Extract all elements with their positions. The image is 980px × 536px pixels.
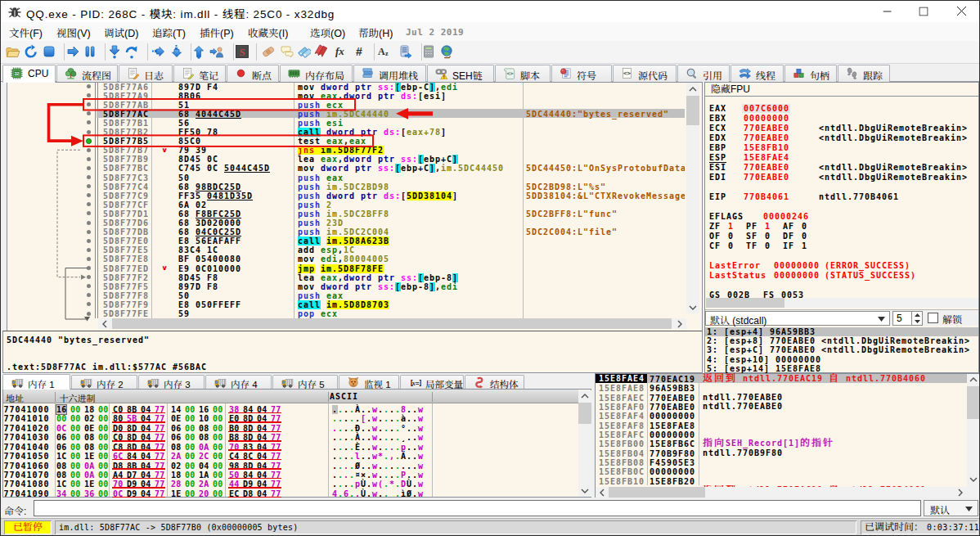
step-into-button[interactable] <box>107 44 124 61</box>
disasm-hscrollbar[interactable] <box>98 318 686 329</box>
registers-header[interactable]: 隐藏FPU <box>705 83 978 97</box>
internet-button[interactable] <box>439 44 456 61</box>
run-to-user-code-button[interactable] <box>209 44 226 61</box>
stack-hscrollbar[interactable] <box>596 487 966 498</box>
pause-button[interactable] <box>83 44 99 61</box>
tab-notes[interactable]: 笔记 <box>173 65 226 82</box>
tab-symbols[interactable]: 符号 <box>551 65 612 82</box>
command-input[interactable] <box>34 500 921 516</box>
close-button[interactable] <box>943 1 980 22</box>
disasm-vscrollbar[interactable] <box>686 83 699 313</box>
scroll-down-button[interactable] <box>686 301 699 313</box>
tab-dump4[interactable]: 内存 4 <box>205 375 272 389</box>
scroll-up-button[interactable] <box>686 83 699 95</box>
tab-dump5[interactable]: 内存 5 <box>272 375 338 389</box>
open-file-button[interactable] <box>6 44 22 61</box>
title-bar[interactable]: QQ.exe - PID: 268C - 模块: im.dll - 线程: 25… <box>1 1 979 22</box>
tab-threads[interactable]: 线程 <box>731 65 784 82</box>
stack-panel[interactable]: 15E8FAE4770EAC19返回到 ntdll.770EAC19 自 ntd… <box>595 373 979 498</box>
menu-i[interactable]: 收藏夹(I) <box>248 25 288 39</box>
tab-dump3[interactable]: 内存 3 <box>138 375 205 389</box>
tab-source[interactable]: <>源代码 <box>613 65 677 82</box>
menu-v[interactable]: 视图(V) <box>56 25 91 39</box>
dump-ascii-char: l <box>355 452 361 461</box>
scroll-down-button[interactable] <box>578 485 591 497</box>
tab-log[interactable]: 日志 <box>119 65 173 82</box>
bookmark-button[interactable] <box>312 44 329 61</box>
restart-button[interactable] <box>24 44 40 61</box>
dump-ascii-char: . <box>378 443 384 452</box>
scroll-thumb[interactable] <box>706 298 784 308</box>
tab-call-stack[interactable]: 调用堆栈 <box>353 65 426 82</box>
scroll-up-button[interactable] <box>578 390 591 402</box>
comment-button[interactable] <box>280 44 296 61</box>
assemble-button[interactable]: Az <box>377 44 393 61</box>
step-over-button[interactable] <box>124 44 141 61</box>
disassembly-panel[interactable]: 5D8F77A6897D F4mov dword ptr ss:[ebp-C],… <box>7 82 703 331</box>
menu-h[interactable]: 帮助(H) <box>358 25 393 39</box>
disasm-instruction: pop ecx <box>298 309 338 318</box>
scroll-thumb[interactable] <box>967 386 979 419</box>
scylla-button[interactable]: S <box>235 44 251 61</box>
menu-d[interactable]: 调试(D) <box>104 25 138 39</box>
run-button[interactable] <box>65 44 82 61</box>
disasm-instruction: push im.5DC2C004 <box>298 227 389 236</box>
tab-seh[interactable]: !SEH链 <box>427 65 494 82</box>
tab-memory-map[interactable]: 内存布局 <box>280 65 353 82</box>
tab-watch1[interactable]: 监视 1 <box>339 375 399 389</box>
tab-script[interactable]: <>脚本 <box>495 65 551 82</box>
scroll-thumb[interactable] <box>609 487 705 498</box>
scroll-up-button[interactable] <box>967 374 979 385</box>
tab-references[interactable]: 引用 <box>677 65 730 82</box>
tab-graph[interactable]: 流程图 <box>56 65 118 82</box>
tab-dump2[interactable]: 内存 2 <box>71 375 137 389</box>
breakpoint-dot[interactable] <box>86 138 92 144</box>
label-button[interactable] <box>296 44 312 61</box>
dump-vscrollbar[interactable] <box>578 390 591 497</box>
tab-trace[interactable]: 跟踪 <box>838 65 890 82</box>
tab-handles[interactable]: 句柄 <box>784 65 837 82</box>
dump-ascii-char: w <box>418 424 424 433</box>
function-button[interactable]: fx <box>334 44 350 61</box>
dump-ascii-char: . <box>378 471 384 480</box>
source-button[interactable] <box>398 44 414 61</box>
argument-count-spinner[interactable]: 5 <box>892 311 923 326</box>
close-debuggee-button[interactable] <box>42 44 58 61</box>
command-syntax-dropdown[interactable]: 默认 <box>924 500 978 516</box>
spinner-buttons[interactable] <box>911 312 922 325</box>
scroll-thumb[interactable] <box>112 318 672 329</box>
patches-button[interactable] <box>261 44 277 61</box>
scroll-left-button[interactable] <box>596 487 608 498</box>
menu-p[interactable]: 插件(P) <box>200 25 234 39</box>
scroll-thumb[interactable] <box>578 403 591 424</box>
scroll-thumb[interactable] <box>686 96 699 125</box>
registers-hscrollbar[interactable] <box>706 298 978 308</box>
calculator-button[interactable] <box>421 44 438 61</box>
tab-struct[interactable]: 结构体 <box>465 375 524 389</box>
scroll-right-button[interactable] <box>673 318 686 329</box>
tab-dump1[interactable]: 内存 1 <box>2 374 70 390</box>
memory-dump-panel[interactable]: 地址十六进制ASCII7704100016001800C08B047714001… <box>2 389 591 498</box>
hash-button[interactable]: # <box>353 44 369 61</box>
menu-t[interactable]: 追踪(T) <box>152 25 186 39</box>
disasm-address: 5D8F77D6 <box>103 218 149 227</box>
minimize-button[interactable] <box>869 1 906 22</box>
trace-over-button[interactable] <box>169 44 186 61</box>
disasm-address: 5D8F77F5 <box>103 282 149 291</box>
dump-ascii-char: w <box>418 452 424 461</box>
scroll-left-button[interactable] <box>98 318 111 329</box>
menu-o[interactable]: 选项(O) <box>310 25 345 39</box>
unlock-checkbox[interactable] <box>928 313 938 323</box>
scroll-right-button[interactable] <box>954 487 966 498</box>
trace-into-button[interactable] <box>151 44 168 61</box>
tab-cpu[interactable]: 32CPU <box>2 65 56 83</box>
scroll-down-button[interactable] <box>967 474 979 485</box>
tab-locals[interactable]: [x=]局部变量 <box>400 375 464 389</box>
menu-f[interactable]: 文件(F) <box>9 25 43 39</box>
tab-breakpoints[interactable]: 断点 <box>227 65 279 82</box>
stack-vscrollbar[interactable] <box>967 374 979 485</box>
execute-till-return-button[interactable] <box>191 44 208 61</box>
calling-convention-dropdown[interactable]: 默认 (stdcall) <box>705 311 890 326</box>
maximize-button[interactable] <box>905 1 942 22</box>
registers-panel[interactable]: 隐藏FPUEAX007C6000EBX00000000ECX770EABE0<n… <box>704 82 979 373</box>
